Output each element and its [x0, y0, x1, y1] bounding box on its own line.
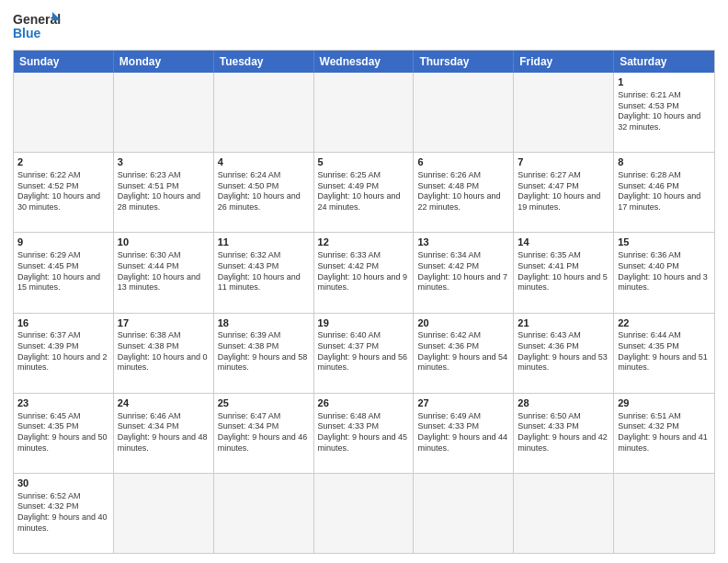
table-row: 10Sunrise: 6:30 AM Sunset: 4:44 PM Dayli… — [114, 233, 214, 312]
day-info: Sunrise: 6:52 AM Sunset: 4:32 PM Dayligh… — [17, 491, 109, 534]
day-number: 25 — [218, 396, 310, 410]
day-info: Sunrise: 6:22 AM Sunset: 4:52 PM Dayligh… — [17, 170, 109, 213]
table-row: 17Sunrise: 6:38 AM Sunset: 4:38 PM Dayli… — [114, 314, 214, 393]
table-row: 29Sunrise: 6:51 AM Sunset: 4:32 PM Dayli… — [614, 394, 714, 473]
table-row — [414, 73, 514, 152]
day-info: Sunrise: 6:37 AM Sunset: 4:39 PM Dayligh… — [17, 330, 109, 373]
day-info: Sunrise: 6:47 AM Sunset: 4:34 PM Dayligh… — [218, 411, 310, 454]
table-row: 13Sunrise: 6:34 AM Sunset: 4:42 PM Dayli… — [414, 233, 514, 312]
day-info: Sunrise: 6:23 AM Sunset: 4:51 PM Dayligh… — [118, 170, 210, 213]
generalblue-logo-icon: General Blue — [13, 9, 61, 44]
day-number: 24 — [118, 396, 210, 410]
day-number: 8 — [618, 155, 711, 169]
day-number: 10 — [118, 236, 210, 249]
table-row — [314, 474, 415, 553]
calendar-row-1: 2Sunrise: 6:22 AM Sunset: 4:52 PM Daylig… — [14, 152, 714, 232]
table-row: 11Sunrise: 6:32 AM Sunset: 4:43 PM Dayli… — [214, 233, 314, 312]
day-info: Sunrise: 6:33 AM Sunset: 4:42 PM Dayligh… — [318, 250, 410, 293]
table-row: 8Sunrise: 6:28 AM Sunset: 4:46 PM Daylig… — [614, 153, 714, 232]
day-info: Sunrise: 6:46 AM Sunset: 4:34 PM Dayligh… — [118, 411, 210, 454]
svg-text:Blue: Blue — [13, 26, 41, 40]
table-row — [114, 73, 214, 152]
day-header-friday: Friday — [514, 51, 614, 73]
calendar-row-4: 23Sunrise: 6:45 AM Sunset: 4:35 PM Dayli… — [14, 393, 714, 473]
day-info: Sunrise: 6:44 AM Sunset: 4:35 PM Dayligh… — [618, 330, 711, 373]
calendar-header-row: SundayMondayTuesdayWednesdayThursdayFrid… — [14, 51, 714, 73]
table-row — [214, 474, 314, 553]
table-row — [514, 73, 614, 152]
day-number: 28 — [518, 396, 609, 410]
day-number: 30 — [17, 477, 109, 490]
table-row: 1Sunrise: 6:21 AM Sunset: 4:53 PM Daylig… — [614, 73, 714, 152]
day-number: 9 — [17, 236, 109, 249]
day-number: 12 — [318, 236, 410, 249]
calendar-body: 1Sunrise: 6:21 AM Sunset: 4:53 PM Daylig… — [14, 73, 714, 553]
table-row — [114, 474, 214, 553]
table-row: 28Sunrise: 6:50 AM Sunset: 4:33 PM Dayli… — [514, 394, 614, 473]
table-row: 21Sunrise: 6:43 AM Sunset: 4:36 PM Dayli… — [514, 314, 614, 393]
calendar-row-3: 16Sunrise: 6:37 AM Sunset: 4:39 PM Dayli… — [14, 313, 714, 393]
day-number: 14 — [518, 236, 609, 249]
table-row: 6Sunrise: 6:26 AM Sunset: 4:48 PM Daylig… — [414, 153, 514, 232]
day-info: Sunrise: 6:45 AM Sunset: 4:35 PM Dayligh… — [17, 411, 109, 454]
table-row: 7Sunrise: 6:27 AM Sunset: 4:47 PM Daylig… — [514, 153, 614, 232]
day-number: 21 — [518, 316, 609, 330]
day-header-saturday: Saturday — [614, 51, 714, 73]
day-info: Sunrise: 6:50 AM Sunset: 4:33 PM Dayligh… — [518, 411, 609, 454]
day-number: 19 — [318, 316, 410, 330]
day-header-thursday: Thursday — [414, 51, 514, 73]
day-info: Sunrise: 6:21 AM Sunset: 4:53 PM Dayligh… — [618, 90, 711, 133]
table-row: 18Sunrise: 6:39 AM Sunset: 4:38 PM Dayli… — [214, 314, 314, 393]
day-number: 22 — [618, 316, 711, 330]
day-header-sunday: Sunday — [14, 51, 114, 73]
day-number: 7 — [518, 155, 609, 169]
table-row: 23Sunrise: 6:45 AM Sunset: 4:35 PM Dayli… — [14, 394, 114, 473]
table-row: 30Sunrise: 6:52 AM Sunset: 4:32 PM Dayli… — [14, 474, 114, 553]
table-row — [14, 73, 114, 152]
day-number: 20 — [417, 316, 509, 330]
table-row: 3Sunrise: 6:23 AM Sunset: 4:51 PM Daylig… — [114, 153, 214, 232]
day-info: Sunrise: 6:51 AM Sunset: 4:32 PM Dayligh… — [618, 411, 711, 454]
day-number: 17 — [118, 316, 210, 330]
day-info: Sunrise: 6:34 AM Sunset: 4:42 PM Dayligh… — [417, 250, 509, 293]
table-row: 20Sunrise: 6:42 AM Sunset: 4:36 PM Dayli… — [414, 314, 514, 393]
day-number: 29 — [618, 396, 711, 410]
table-row: 5Sunrise: 6:25 AM Sunset: 4:49 PM Daylig… — [314, 153, 415, 232]
table-row — [314, 73, 415, 152]
day-info: Sunrise: 6:26 AM Sunset: 4:48 PM Dayligh… — [417, 170, 509, 213]
day-info: Sunrise: 6:39 AM Sunset: 4:38 PM Dayligh… — [218, 330, 310, 373]
calendar-row-0: 1Sunrise: 6:21 AM Sunset: 4:53 PM Daylig… — [14, 73, 714, 152]
calendar-row-5: 30Sunrise: 6:52 AM Sunset: 4:32 PM Dayli… — [14, 473, 714, 553]
day-info: Sunrise: 6:42 AM Sunset: 4:36 PM Dayligh… — [417, 330, 509, 373]
table-row: 9Sunrise: 6:29 AM Sunset: 4:45 PM Daylig… — [14, 233, 114, 312]
day-number: 23 — [17, 396, 109, 410]
day-number: 15 — [618, 236, 711, 249]
day-info: Sunrise: 6:36 AM Sunset: 4:40 PM Dayligh… — [618, 250, 711, 293]
logo: General Blue — [13, 9, 61, 44]
table-row: 12Sunrise: 6:33 AM Sunset: 4:42 PM Dayli… — [314, 233, 415, 312]
day-info: Sunrise: 6:43 AM Sunset: 4:36 PM Dayligh… — [518, 330, 609, 373]
day-number: 13 — [417, 236, 509, 249]
day-info: Sunrise: 6:35 AM Sunset: 4:41 PM Dayligh… — [518, 250, 609, 293]
calendar-row-2: 9Sunrise: 6:29 AM Sunset: 4:45 PM Daylig… — [14, 232, 714, 312]
table-row: 25Sunrise: 6:47 AM Sunset: 4:34 PM Dayli… — [214, 394, 314, 473]
table-row: 26Sunrise: 6:48 AM Sunset: 4:33 PM Dayli… — [314, 394, 415, 473]
table-row: 2Sunrise: 6:22 AM Sunset: 4:52 PM Daylig… — [14, 153, 114, 232]
day-info: Sunrise: 6:24 AM Sunset: 4:50 PM Dayligh… — [218, 170, 310, 213]
table-row: 16Sunrise: 6:37 AM Sunset: 4:39 PM Dayli… — [14, 314, 114, 393]
day-info: Sunrise: 6:48 AM Sunset: 4:33 PM Dayligh… — [318, 411, 410, 454]
day-info: Sunrise: 6:40 AM Sunset: 4:37 PM Dayligh… — [318, 330, 410, 373]
day-number: 5 — [318, 155, 410, 169]
table-row: 22Sunrise: 6:44 AM Sunset: 4:35 PM Dayli… — [614, 314, 714, 393]
table-row — [614, 474, 714, 553]
table-row: 14Sunrise: 6:35 AM Sunset: 4:41 PM Dayli… — [514, 233, 614, 312]
table-row — [414, 474, 514, 553]
day-info: Sunrise: 6:29 AM Sunset: 4:45 PM Dayligh… — [17, 250, 109, 293]
day-info: Sunrise: 6:30 AM Sunset: 4:44 PM Dayligh… — [118, 250, 210, 293]
table-row: 27Sunrise: 6:49 AM Sunset: 4:33 PM Dayli… — [414, 394, 514, 473]
day-number: 1 — [618, 75, 711, 89]
day-number: 26 — [318, 396, 410, 410]
day-number: 6 — [417, 155, 509, 169]
table-row — [514, 474, 614, 553]
table-row: 19Sunrise: 6:40 AM Sunset: 4:37 PM Dayli… — [314, 314, 415, 393]
